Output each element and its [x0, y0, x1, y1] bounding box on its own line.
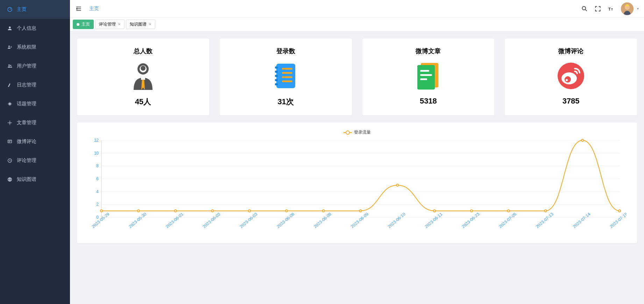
active-dot-icon	[77, 23, 79, 26]
tab-label: 评论管理	[99, 21, 116, 27]
sidebar-item-profile[interactable]: 个人信息	[0, 19, 70, 38]
svg-point-68	[137, 210, 140, 212]
svg-text:2023-07-14: 2023-07-14	[572, 212, 592, 229]
svg-rect-19	[275, 66, 278, 69]
svg-text:2023-06-09: 2023-06-09	[350, 212, 369, 229]
svg-rect-6	[8, 140, 12, 143]
svg-rect-21	[275, 75, 278, 77]
svg-point-1	[9, 27, 10, 28]
svg-point-36	[566, 79, 568, 81]
sidebar-item-users[interactable]: 用户管理	[0, 57, 70, 76]
svg-point-8	[8, 178, 12, 182]
svg-text:2023-06-06: 2023-06-06	[276, 212, 295, 229]
svg-point-78	[508, 210, 510, 212]
svg-point-75	[396, 184, 398, 186]
user-icon	[7, 26, 13, 31]
svg-text:12: 12	[94, 138, 99, 143]
svg-point-73	[323, 210, 325, 212]
sidebar-item-articles[interactable]: 文章管理	[0, 113, 70, 132]
svg-point-67	[100, 210, 102, 212]
chart-legend: 登录流量	[87, 129, 627, 135]
svg-text:4: 4	[96, 189, 99, 194]
svg-point-77	[470, 210, 473, 212]
sidebar-item-label: 话题管理	[17, 101, 36, 107]
svg-rect-25	[282, 72, 292, 74]
svg-point-3	[8, 64, 10, 66]
legend-marker-icon	[344, 130, 352, 135]
sidebar-item-label: 评论管理	[17, 157, 36, 164]
sidebar-item-label: 日志管理	[17, 82, 36, 88]
svg-point-79	[544, 210, 546, 212]
svg-text:2023-06-02: 2023-06-02	[202, 212, 221, 229]
weibo-icon	[508, 60, 634, 92]
fontsize-icon[interactable]: TT	[608, 5, 615, 12]
close-icon[interactable]: ✕	[118, 22, 121, 26]
sidebar-item-label: 文章管理	[17, 120, 36, 126]
svg-point-71	[248, 210, 250, 212]
svg-point-80	[581, 139, 583, 141]
svg-text:2: 2	[96, 202, 99, 207]
card-weibo-comments: 微博评论 3785	[505, 38, 637, 115]
svg-point-72	[285, 210, 288, 212]
card-value: 5318	[366, 97, 491, 106]
card-value: 3785	[508, 97, 634, 106]
svg-text:2023-06-08: 2023-06-08	[313, 212, 332, 229]
dashboard-icon	[7, 7, 13, 12]
svg-point-81	[618, 210, 621, 212]
chevron-down-icon[interactable]: ▾	[637, 7, 639, 10]
toggle-sidebar-button[interactable]	[75, 5, 82, 12]
search-icon[interactable]	[581, 5, 588, 12]
svg-text:T: T	[608, 7, 611, 11]
doc-icon	[366, 60, 491, 92]
manage-icon	[7, 158, 13, 163]
sidebar-item-topics[interactable]: 话题管理	[0, 94, 70, 113]
card-title: 微博评论	[508, 47, 634, 55]
users-icon	[7, 63, 13, 69]
svg-text:2023-06-03: 2023-06-03	[239, 212, 259, 229]
svg-text:2023-06-23: 2023-06-23	[461, 212, 480, 229]
svg-point-9	[582, 6, 586, 10]
svg-rect-30	[420, 70, 429, 72]
article-icon	[7, 120, 13, 126]
svg-point-4	[10, 65, 11, 66]
avatar[interactable]	[621, 2, 634, 15]
tab-knowledge-graph[interactable]: 知识图谱 ✕	[126, 20, 155, 29]
sidebar-item-permission[interactable]: 系统权限	[0, 38, 70, 57]
svg-point-5	[9, 122, 10, 123]
topic-icon	[7, 101, 13, 107]
legend-label: 登录流量	[354, 129, 371, 135]
svg-text:2023-06-11: 2023-06-11	[424, 212, 443, 229]
svg-text:2023-05-29: 2023-05-29	[91, 212, 110, 229]
sidebar-item-label: 系统权限	[17, 44, 36, 50]
content: 总人数 45人 登录数 31次 微博文章	[70, 31, 644, 304]
svg-rect-22	[275, 79, 278, 81]
tab-comment-manage[interactable]: 评论管理 ✕	[95, 20, 125, 29]
svg-text:2023-07-13: 2023-07-13	[535, 212, 554, 229]
svg-rect-17	[141, 78, 145, 80]
svg-text:2023-05-30: 2023-05-30	[128, 212, 147, 229]
topbar: 主页 TT ▾	[70, 0, 644, 17]
svg-rect-20	[275, 71, 278, 73]
chart-plot: 0246810122023-05-292023-05-302023-06-012…	[87, 137, 627, 238]
svg-text:6: 6	[96, 176, 99, 181]
permission-icon	[7, 44, 13, 50]
sidebar-item-logs[interactable]: 日志管理	[0, 76, 70, 94]
svg-text:8: 8	[96, 163, 99, 168]
sidebar-item-graph[interactable]: 知识图谱	[0, 170, 70, 189]
tab-home[interactable]: 主页	[73, 20, 94, 29]
svg-rect-29	[417, 65, 435, 90]
sidebar-item-comment-manage[interactable]: 评论管理	[0, 151, 70, 170]
person-icon	[80, 60, 206, 92]
card-title: 微博文章	[366, 47, 491, 55]
svg-point-69	[175, 210, 177, 212]
sidebar-item-weibo-comments[interactable]: 微博评论	[0, 132, 70, 151]
sidebar-item-label: 用户管理	[17, 63, 36, 69]
card-weibo-articles: 微博文章 5318	[362, 38, 495, 115]
sidebar-item-home[interactable]: 主页	[0, 0, 70, 19]
svg-text:10: 10	[94, 151, 99, 156]
close-icon[interactable]: ✕	[149, 22, 151, 26]
svg-rect-24	[282, 68, 292, 70]
fullscreen-icon[interactable]	[594, 5, 601, 12]
graph-icon	[7, 177, 13, 182]
svg-rect-18	[276, 64, 295, 88]
